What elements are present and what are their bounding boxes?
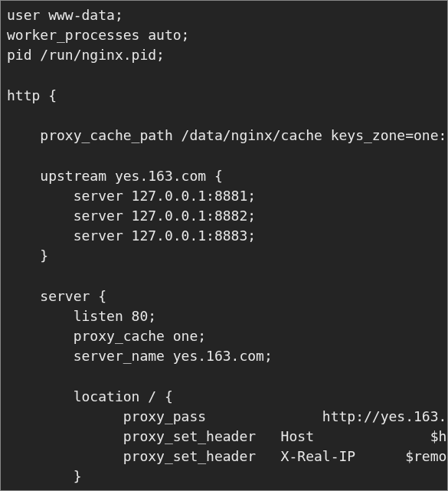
code-line: } — [7, 468, 82, 484]
code-line: proxy_cache one; — [7, 328, 206, 344]
code-line: upstream yes.163.com { — [7, 168, 223, 184]
code-line: proxy_cache_path /data/nginx/cache keys_… — [7, 127, 448, 143]
nginx-config-code: user www-data; worker_processes auto; pi… — [0, 0, 448, 491]
code-line: server 127.0.0.1:8882; — [7, 208, 256, 224]
code-line: user www-data; — [7, 7, 123, 23]
code-line: server { — [7, 288, 106, 304]
code-line: } — [7, 489, 48, 492]
code-line: } — [7, 247, 48, 264]
code-line: proxy_set_header X-Real-IP $remote_addr; — [7, 448, 448, 464]
code-line: server_name yes.163.com; — [7, 348, 273, 364]
code-line: http { — [7, 87, 57, 103]
code-line: pid /run/nginx.pid; — [7, 47, 165, 63]
code-line: worker_processes auto; — [7, 27, 189, 43]
code-line: server 127.0.0.1:8881; — [7, 188, 256, 204]
code-line: listen 80; — [7, 308, 156, 324]
code-content: user www-data; worker_processes auto; pi… — [7, 7, 448, 491]
code-line: location / { — [7, 388, 173, 404]
code-line: server 127.0.0.1:8883; — [7, 227, 256, 244]
code-line: proxy_pass http://yes.163.com; — [7, 408, 448, 424]
code-line: proxy_set_header Host $host; — [7, 428, 448, 444]
